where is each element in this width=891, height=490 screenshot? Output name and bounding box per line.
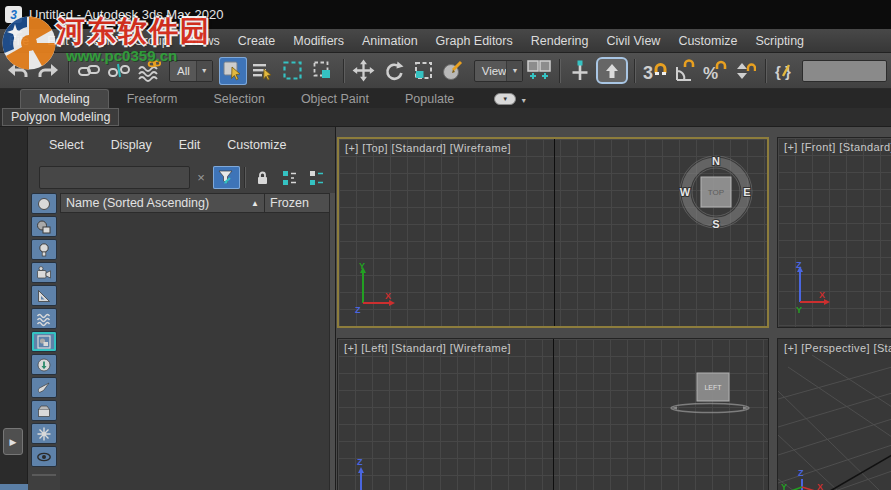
redo-button[interactable]	[34, 57, 62, 85]
menu-edit[interactable]: Edit	[38, 29, 78, 52]
explorer-search-input[interactable]	[39, 166, 190, 189]
view-cube-top[interactable]: TOP N E S W	[676, 152, 756, 232]
menu-file[interactable]: File	[0, 29, 38, 52]
menu-customize[interactable]: Customize	[669, 29, 746, 52]
axis-tripod-left: Z	[352, 455, 382, 490]
ribbon-minimize-arrow-icon[interactable]: ▼	[520, 97, 527, 104]
spinner-snap-button[interactable]	[731, 57, 759, 85]
panel-flyout-button[interactable]: ▶	[3, 428, 23, 455]
sort-ascending-icon: ▲	[251, 199, 259, 208]
menu-animation[interactable]: Animation	[353, 29, 427, 52]
display-cameras-toggle[interactable]	[31, 262, 57, 283]
menu-views[interactable]: Views	[178, 29, 229, 52]
explorer-menu-edit[interactable]: Edit	[179, 138, 201, 152]
snaps-toggle-3d-button[interactable]: 3	[641, 57, 669, 85]
display-geometry-toggle[interactable]	[31, 193, 57, 214]
display-bones-toggle[interactable]	[31, 377, 57, 398]
svg-text:Y: Y	[781, 482, 787, 490]
select-by-name-button[interactable]	[249, 57, 277, 85]
menu-create[interactable]: Create	[229, 29, 285, 52]
compass-east[interactable]: E	[743, 186, 750, 198]
view-cube-left[interactable]: LEFT	[668, 367, 754, 419]
display-containers-toggle[interactable]	[31, 400, 57, 421]
display-particles-toggle[interactable]	[31, 423, 57, 444]
window-title: Untitled - Autodesk 3ds Max 2020	[29, 7, 223, 22]
window-crossing-button[interactable]	[309, 57, 337, 85]
app-icon[interactable]: 3	[5, 6, 22, 23]
viewport-perspective-label[interactable]: [+] [Perspective] [Standard] [Wireframe]	[784, 342, 891, 354]
menu-civil-view[interactable]: Civil View	[597, 29, 669, 52]
menu-tools[interactable]: Tools	[78, 29, 125, 52]
ribbon-tab-selection[interactable]: Selection	[195, 90, 282, 108]
svg-text:X: X	[385, 291, 391, 301]
select-and-manipulate-button[interactable]	[566, 57, 594, 85]
menu-modifiers[interactable]: Modifiers	[284, 29, 353, 52]
explorer-menu-select[interactable]: Select	[49, 138, 84, 152]
search-filter-button[interactable]	[213, 166, 240, 189]
display-xrefs-toggle[interactable]	[31, 354, 57, 375]
explorer-scrollbar[interactable]	[329, 193, 335, 490]
svg-text:Z: Z	[357, 457, 363, 467]
viewport-left[interactable]: [+] [Left] [Standard] [Wireframe] Z LEFT	[337, 338, 769, 490]
explorer-menu-display[interactable]: Display	[111, 138, 152, 152]
dropdown-arrow-icon: ▼	[196, 61, 212, 81]
ribbon-tab-object-paint[interactable]: Object Paint	[283, 90, 387, 108]
bind-to-space-warp-button[interactable]	[135, 57, 163, 85]
unlink-selection-button[interactable]	[105, 57, 133, 85]
select-and-place-button[interactable]	[440, 57, 468, 85]
viewport-perspective[interactable]: [+] [Perspective] [Standard] [Wireframe]…	[777, 338, 891, 490]
toolbar-separator	[559, 59, 560, 83]
expand-tree-button[interactable]	[276, 166, 303, 189]
named-selection-sets-field[interactable]	[802, 60, 887, 82]
compass-north[interactable]: N	[712, 155, 720, 167]
select-and-rotate-button[interactable]	[380, 57, 408, 85]
lock-explorer-button[interactable]	[249, 166, 276, 189]
display-groups-toggle[interactable]	[31, 331, 57, 352]
menu-graph-editors[interactable]: Graph Editors	[427, 29, 522, 52]
use-pivot-point-center-button[interactable]	[525, 57, 553, 85]
percent-snap-button[interactable]: %	[701, 57, 729, 85]
collapse-tree-button[interactable]	[303, 166, 330, 189]
viewport-front[interactable]: [+] [Front] [Standard] [Wireframe] Z X Y	[777, 137, 891, 328]
view-cube-left-face[interactable]: LEFT	[704, 384, 722, 391]
display-shapes-toggle[interactable]	[31, 216, 57, 237]
display-helpers-toggle[interactable]	[31, 285, 57, 306]
viewport-top[interactable]: [+] [Top] [Standard] [Wireframe] Y X Z T…	[337, 137, 769, 328]
reference-coordinate-value: View	[482, 65, 507, 77]
menu-group[interactable]: Group	[125, 29, 178, 52]
viewport-left-label[interactable]: [+] [Left] [Standard] [Wireframe]	[344, 342, 511, 354]
title-bar[interactable]: 3 Untitled - Autodesk 3ds Max 2020	[0, 0, 891, 29]
search-clear-icon[interactable]: ×	[193, 167, 209, 187]
compass-west[interactable]: W	[680, 186, 691, 198]
selection-filter-dropdown[interactable]: All ▼	[169, 60, 213, 82]
display-hidden-toggle[interactable]	[31, 446, 57, 467]
reference-coordinate-dropdown[interactable]: View ▼	[474, 60, 524, 82]
keyboard-shortcut-override-toggle[interactable]	[596, 57, 628, 84]
rectangular-selection-region-button[interactable]	[279, 57, 307, 85]
column-header-name[interactable]: Name (Sorted Ascending) ▲	[61, 194, 265, 212]
polygon-modeling-panel-tab[interactable]: Polygon Modeling	[2, 108, 119, 126]
viewport-front-label[interactable]: [+] [Front] [Standard] [Wireframe]	[784, 141, 891, 153]
view-cube-top-face[interactable]: TOP	[708, 188, 724, 197]
undo-button[interactable]	[4, 57, 32, 85]
menu-bar: File Edit Tools Group Views Create Modif…	[0, 29, 891, 53]
column-header-frozen[interactable]: Frozen	[265, 194, 330, 212]
scene-explorer-table-body[interactable]	[60, 213, 329, 490]
explorer-menu-customize[interactable]: Customize	[227, 138, 286, 152]
ribbon-tab-modeling[interactable]: Modeling	[20, 89, 109, 108]
compass-south[interactable]: S	[712, 218, 719, 230]
ribbon-tab-populate[interactable]: Populate	[387, 90, 472, 108]
select-and-move-button[interactable]	[350, 57, 378, 85]
ribbon-tab-freeform[interactable]: Freeform	[109, 90, 196, 108]
edit-named-selection-sets-button[interactable]: { }	[772, 57, 800, 85]
display-lights-toggle[interactable]	[31, 239, 57, 260]
display-space-warps-toggle[interactable]	[31, 308, 57, 329]
select-and-uniform-scale-button[interactable]	[410, 57, 438, 85]
angle-snap-button[interactable]	[671, 57, 699, 85]
viewport-top-label[interactable]: [+] [Top] [Standard] [Wireframe]	[345, 142, 511, 154]
menu-scripting[interactable]: Scripting	[746, 29, 813, 52]
select-and-link-button[interactable]	[75, 57, 103, 85]
select-object-button[interactable]	[219, 57, 247, 85]
menu-rendering[interactable]: Rendering	[522, 29, 598, 52]
ribbon-minimize-button[interactable]: ▼	[494, 93, 516, 105]
